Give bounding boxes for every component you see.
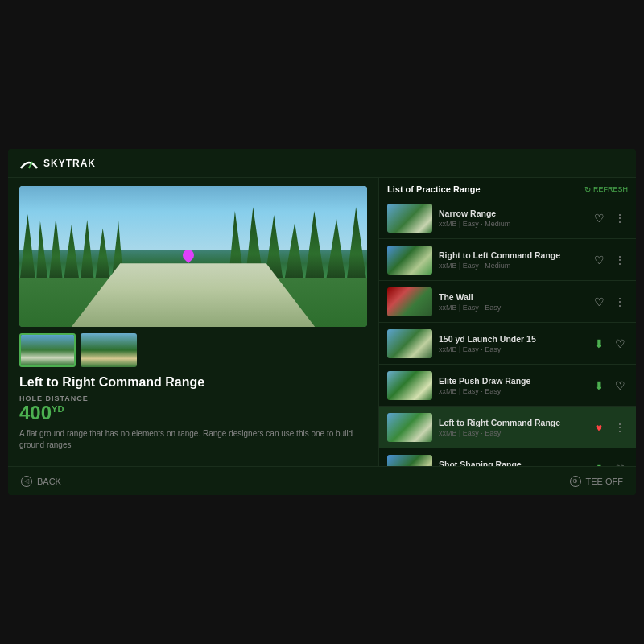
thumb-img-2 xyxy=(80,333,137,367)
item-actions-wall: ♡ ⋮ xyxy=(591,294,628,310)
item-info-150yd: 150 yd Launch Under 15 xxMB | Easy · Eas… xyxy=(432,334,591,353)
item-thumbnail-rtl xyxy=(387,246,432,275)
list-item[interactable]: Elite Push Draw Range xxMB | Easy · Easy… xyxy=(379,365,636,407)
item-info-narrow: Narrow Range xxMB | Easy · Medium xyxy=(432,208,591,228)
item-name-rtl: Right to Left Command Range xyxy=(439,250,584,260)
list-title: List of Practice Range xyxy=(387,184,481,194)
skytrak-logo-icon xyxy=(18,155,40,171)
item-thumbnail-wall xyxy=(387,287,432,316)
more-button-rtl[interactable]: ⋮ xyxy=(612,252,628,268)
download-button-150yd[interactable]: ⬇ xyxy=(591,336,607,352)
item-info-rtl: Right to Left Command Range xxMB | Easy … xyxy=(432,250,591,270)
course-list: Narrow Range xxMB | Easy · Medium ♡ ⋮ Ri… xyxy=(379,197,636,466)
item-name-150yd: 150 yd Launch Under 15 xyxy=(439,334,584,344)
main-course-image xyxy=(19,186,367,327)
teeoff-label: TEE OFF xyxy=(586,477,623,486)
hole-distance-value: 400YD xyxy=(19,402,367,423)
hole-distance-unit: YD xyxy=(52,404,64,414)
thumbnail-strip xyxy=(19,333,367,367)
item-actions-ltr: ♥ ⋮ xyxy=(591,419,628,436)
item-info-ltr: Left to Right Command Range xxMB | Easy … xyxy=(432,418,591,437)
list-item[interactable]: Right to Left Command Range xxMB | Easy … xyxy=(379,239,636,281)
back-icon: ◁ xyxy=(21,476,32,487)
heart-button-ltr[interactable]: ♥ xyxy=(591,419,607,436)
heart-button-elite[interactable]: ♡ xyxy=(612,378,628,394)
download-button-elite[interactable]: ⬇ xyxy=(591,378,607,394)
refresh-icon: ↻ xyxy=(584,185,591,194)
header: SKYTRAK xyxy=(8,149,636,178)
item-name-wall: The Wall xyxy=(439,292,584,302)
more-button-wall[interactable]: ⋮ xyxy=(612,294,628,310)
item-info-shot: Shot Shaping Range xxMB | Easy · Easy xyxy=(432,460,591,467)
more-button-narrow[interactable]: ⋮ xyxy=(612,210,628,226)
logo-area: SKYTRAK xyxy=(18,155,96,171)
item-actions-rtl: ♡ ⋮ xyxy=(591,252,628,268)
list-item[interactable]: Left to Right Command Range xxMB | Easy … xyxy=(379,407,636,448)
item-actions-narrow: ♡ ⋮ xyxy=(591,210,628,226)
item-info-wall: The Wall xxMB | Easy · Easy xyxy=(432,292,591,312)
back-label: BACK xyxy=(37,477,61,486)
list-header: List of Practice Range ↻ REFRESH xyxy=(379,178,636,197)
left-panel: Left to Right Command Range HOLE DISTANC… xyxy=(8,178,378,466)
list-item[interactable]: Narrow Range xxMB | Easy · Medium ♡ ⋮ xyxy=(379,197,636,239)
item-info-elite: Elite Push Draw Range xxMB | Easy · Easy xyxy=(432,376,591,395)
item-actions-elite: ⬇ ♡ xyxy=(591,378,628,394)
course-title: Left to Right Command Range xyxy=(19,375,367,390)
right-panel: List of Practice Range ↻ REFRESH Narrow … xyxy=(378,178,636,466)
item-name-ltr: Left to Right Command Range xyxy=(439,418,584,427)
list-item[interactable]: 150 yd Launch Under 15 xxMB | Easy · Eas… xyxy=(379,323,636,365)
teeoff-button[interactable]: ⊕ TEE OFF xyxy=(570,476,623,487)
item-meta-150yd: xxMB | Easy · Easy xyxy=(439,345,584,353)
item-thumbnail-ltr xyxy=(387,413,432,442)
app-window: SKYTRAK xyxy=(8,149,636,495)
refresh-button[interactable]: ↻ REFRESH xyxy=(584,185,628,194)
outer-frame: SKYTRAK xyxy=(0,0,644,644)
item-thumbnail-shot xyxy=(387,455,432,467)
thumb-img-1 xyxy=(21,335,74,365)
footer: ◁ BACK ⊕ TEE OFF xyxy=(8,466,636,495)
item-meta-rtl: xxMB | Easy · Medium xyxy=(439,262,584,270)
heart-button-wall[interactable]: ♡ xyxy=(591,294,607,310)
thumbnail-2[interactable] xyxy=(80,333,137,367)
item-name-shot: Shot Shaping Range xyxy=(439,460,584,467)
refresh-label: REFRESH xyxy=(593,185,628,193)
hole-distance-label: HOLE DISTANCE xyxy=(19,394,367,402)
item-thumbnail-150yd xyxy=(387,329,432,358)
teeoff-icon: ⊕ xyxy=(570,476,581,487)
logo-text: SKYTRAK xyxy=(43,158,96,169)
list-item[interactable]: Shot Shaping Range xxMB | Easy · Easy ⬇ … xyxy=(379,448,636,466)
item-name-narrow: Narrow Range xyxy=(439,208,584,218)
back-button[interactable]: ◁ BACK xyxy=(21,476,61,487)
thumbnail-1[interactable] xyxy=(19,333,76,367)
heart-button-narrow[interactable]: ♡ xyxy=(591,210,607,226)
item-thumbnail-elite xyxy=(387,371,432,400)
course-description: A flat ground range that has no elements… xyxy=(19,428,367,451)
heart-button-150yd[interactable]: ♡ xyxy=(612,336,628,352)
heart-button-rtl[interactable]: ♡ xyxy=(591,252,607,268)
item-thumbnail-narrow xyxy=(387,204,432,233)
item-name-elite: Elite Push Draw Range xyxy=(439,376,584,386)
item-meta-ltr: xxMB | Easy · Easy xyxy=(439,429,584,437)
main-content: Left to Right Command Range HOLE DISTANC… xyxy=(8,178,636,466)
pin-marker-container xyxy=(183,250,192,266)
more-button-ltr[interactable]: ⋮ xyxy=(612,419,628,436)
item-meta-elite: xxMB | Easy · Easy xyxy=(439,387,584,395)
item-meta-wall: xxMB | Easy · Easy xyxy=(439,303,584,312)
pin-marker xyxy=(180,247,196,263)
list-item[interactable]: The Wall xxMB | Easy · Easy ♡ ⋮ xyxy=(379,281,636,323)
item-actions-150yd: ⬇ ♡ xyxy=(591,336,628,352)
item-meta-narrow: xxMB | Easy · Medium xyxy=(439,220,584,228)
